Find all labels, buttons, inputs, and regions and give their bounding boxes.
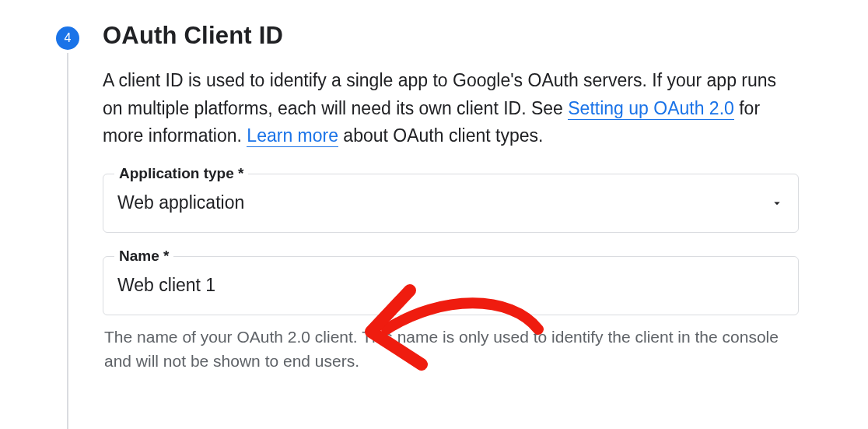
name-helper-text: The name of your OAuth 2.0 client. This … [103,325,799,374]
step-title: OAuth Client ID [103,22,799,50]
name-input[interactable] [117,275,784,296]
name-field-container: Name * [103,256,799,315]
step-connector-line [67,53,68,429]
description-text: about OAuth client types. [338,125,543,146]
application-type-value: Web application [117,192,770,213]
chevron-down-icon [770,196,784,210]
step-number: 4 [65,31,72,45]
learn-more-link[interactable]: Learn more [247,125,338,147]
application-type-label: Application type * [114,165,248,182]
name-label: Name * [114,248,173,265]
step-container: 4 OAuth Client ID A client ID is used to… [0,0,868,374]
application-type-select[interactable]: Application type * Web application [103,174,799,233]
setting-up-oauth-link[interactable]: Setting up OAuth 2.0 [568,98,734,120]
step-content: OAuth Client ID A client ID is used to i… [103,22,799,374]
step-description: A client ID is used to identify a single… [103,67,799,150]
step-number-badge: 4 [56,26,79,50]
